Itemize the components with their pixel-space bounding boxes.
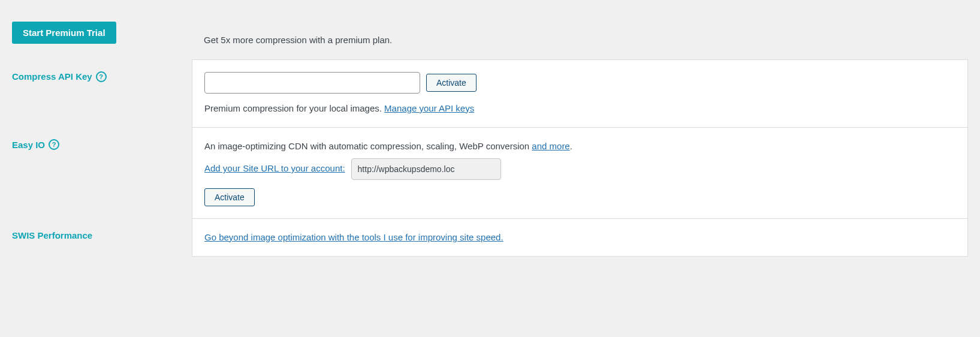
- swis-label: SWIS Performance: [12, 230, 92, 240]
- easy-io-row: Easy IO ? An image-optimizing CDN with a…: [12, 127, 968, 218]
- manage-api-keys-link[interactable]: Manage your API keys: [384, 103, 474, 113]
- easy-io-activate-button[interactable]: Activate: [204, 188, 255, 206]
- easy-io-label-cell: Easy IO ?: [12, 127, 192, 162]
- premium-description: Get 5x more compression with a premium p…: [204, 35, 392, 45]
- easy-io-content: An image-optimizing CDN with automatic c…: [192, 127, 968, 218]
- site-url-input[interactable]: [351, 158, 501, 180]
- compress-api-key-input[interactable]: [204, 72, 420, 94]
- help-icon[interactable]: ?: [96, 71, 107, 82]
- compress-api-label: Compress API Key: [12, 71, 92, 82]
- swis-label-cell: SWIS Performance: [12, 218, 192, 252]
- add-site-url-link[interactable]: Add your Site URL to your account:: [204, 162, 345, 176]
- easy-io-description-suffix: .: [570, 141, 572, 151]
- easy-io-and-more-link[interactable]: and more: [532, 141, 569, 151]
- compress-api-label-cell: Compress API Key ?: [12, 59, 192, 94]
- premium-trial-row: Start Premium Trial Get 5x more compress…: [12, 12, 968, 59]
- compress-api-content: Activate Premium compression for your lo…: [192, 59, 968, 128]
- easy-io-description-prefix: An image-optimizing CDN with automatic c…: [204, 141, 532, 151]
- premium-trial-content: Get 5x more compression with a premium p…: [192, 12, 968, 59]
- swis-content: Go beyond image optimization with the to…: [192, 218, 968, 257]
- compress-api-description: Premium compression for your local image…: [204, 103, 384, 113]
- swis-link[interactable]: Go beyond image optimization with the to…: [204, 232, 503, 242]
- easy-io-label: Easy IO: [12, 140, 45, 150]
- help-icon[interactable]: ?: [49, 139, 59, 150]
- compress-api-activate-button[interactable]: Activate: [426, 74, 477, 92]
- premium-trial-label-cell: Start Premium Trial: [12, 12, 192, 56]
- compress-api-row: Compress API Key ? Activate Premium comp…: [12, 59, 968, 128]
- swis-row: SWIS Performance Go beyond image optimiz…: [12, 218, 968, 257]
- start-premium-trial-button[interactable]: Start Premium Trial: [12, 22, 116, 44]
